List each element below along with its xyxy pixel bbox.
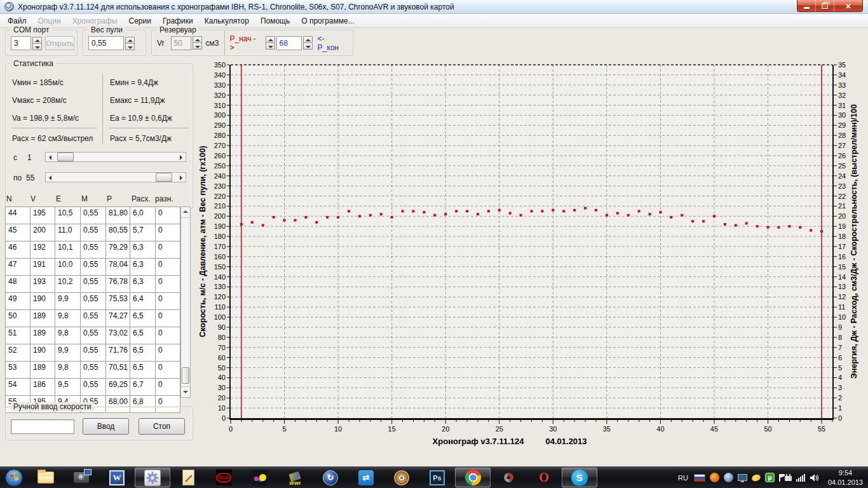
range-from-scrollbar[interactable] bbox=[45, 152, 186, 162]
menu-item-7[interactable]: Помощь bbox=[255, 15, 295, 27]
table-row[interactable]: 4719110,00,5578,046,30 bbox=[6, 259, 180, 276]
scroll-down-arrow-icon[interactable] bbox=[181, 386, 190, 397]
russian-flag-icon[interactable] bbox=[694, 474, 705, 482]
taskbar-screenshot-tool-button[interactable] bbox=[64, 467, 99, 488]
menu-item-4[interactable]: Серии bbox=[123, 15, 157, 27]
svg-text:4: 4 bbox=[838, 374, 842, 381]
safely-remove-icon[interactable] bbox=[785, 476, 792, 481]
table-row[interactable]: 501899,80,5574,276,50 bbox=[6, 310, 180, 327]
scroll-up-arrow-icon[interactable] bbox=[181, 207, 190, 218]
table-cell: 0,55 bbox=[81, 310, 106, 327]
minimize-button[interactable] bbox=[797, 0, 816, 11]
table-cell: 11,0 bbox=[55, 224, 81, 241]
table-cell: 6,5 bbox=[130, 362, 156, 379]
bullet-weight-spinner[interactable]: 0,55 bbox=[88, 36, 135, 50]
speed-input[interactable] bbox=[11, 419, 74, 434]
svg-text:13: 13 bbox=[838, 283, 846, 290]
clock[interactable]: 9:54 04.01.2013 bbox=[824, 468, 863, 487]
chart: 0102030405060708090100110120130140150160… bbox=[196, 60, 867, 461]
taskbar-chronograph-app-button[interactable] bbox=[135, 468, 170, 487]
taskbar-ring-app-button[interactable] bbox=[491, 467, 526, 488]
monitor-tray-icon[interactable] bbox=[738, 474, 747, 481]
table-cell: 10,0 bbox=[55, 259, 81, 276]
table-scrollbar-thumb[interactable] bbox=[182, 367, 189, 384]
close-button[interactable]: × bbox=[834, 0, 862, 11]
scroll-left-arrow-icon[interactable] bbox=[46, 152, 55, 161]
range-from-label: с bbox=[13, 153, 17, 162]
menu-item-8[interactable]: О программе... bbox=[295, 15, 360, 27]
svg-text:170: 170 bbox=[214, 243, 226, 250]
opera-icon: O bbox=[536, 470, 552, 486]
com-port-spinner[interactable]: 3 bbox=[11, 36, 42, 50]
range-to-scrollbar[interactable] bbox=[45, 172, 186, 182]
table-row[interactable]: 4619210,10,5579,296,30 bbox=[6, 241, 180, 259]
stop-button[interactable]: Стоп bbox=[139, 418, 185, 435]
action-center-flag-icon[interactable] bbox=[779, 474, 780, 482]
pressure-end-spinner[interactable]: 68 bbox=[276, 36, 313, 50]
pressure-left-arrows[interactable] bbox=[264, 36, 275, 50]
menu-item-6[interactable]: Калькулятор bbox=[199, 15, 255, 27]
shots-table[interactable]: 4419510,50,5581,806,004520011,00,5580,55… bbox=[5, 207, 180, 413]
scroll-right-arrow-icon[interactable] bbox=[176, 152, 186, 161]
table-cell: 51 bbox=[6, 327, 31, 344]
taskbar-photoshop-button[interactable]: Ps bbox=[419, 467, 455, 488]
table-cell: 189 bbox=[31, 362, 55, 379]
taskbar-chrome-button[interactable] bbox=[455, 468, 491, 487]
reservoir-volume-spinner[interactable]: 50 bbox=[171, 36, 202, 50]
language-indicator[interactable]: RU bbox=[677, 474, 689, 482]
yellow-tray-icon[interactable] bbox=[751, 473, 762, 482]
table-row[interactable]: 511899,80,5573,026,50 bbox=[6, 327, 180, 344]
table-cell: 0 bbox=[156, 362, 180, 379]
reservoir-volume-spinner-arrows[interactable] bbox=[193, 36, 202, 50]
table-row[interactable]: 491909,90,5575,536,40 bbox=[6, 293, 180, 310]
table-cell: 0,55 bbox=[81, 224, 106, 241]
utorrent-tray-icon[interactable]: µ bbox=[765, 473, 775, 482]
table-row[interactable]: 4819310,20,5576,786,30 bbox=[6, 276, 180, 293]
table-cell: 54 bbox=[6, 379, 31, 396]
table-cell: 195 bbox=[31, 207, 55, 224]
taskbar-explorer-button[interactable] bbox=[28, 467, 64, 488]
table-row[interactable]: 4520011,00,5580,555,70 bbox=[6, 224, 180, 241]
taskbar-wwi-tool-button[interactable]: WWI bbox=[277, 467, 313, 488]
taskbar-graphics-editor-button[interactable] bbox=[241, 467, 277, 488]
svg-text:04.01.2013: 04.01.2013 bbox=[546, 437, 587, 446]
taskbar-opera-button[interactable]: O bbox=[526, 467, 562, 488]
table-cell: 0 bbox=[156, 276, 180, 293]
taskbar-disc-burner-button[interactable] bbox=[384, 467, 419, 488]
scroll-left-arrow-icon[interactable] bbox=[46, 173, 55, 182]
taskbar-word-button[interactable]: W bbox=[99, 467, 135, 488]
enter-button[interactable]: Ввод bbox=[83, 418, 129, 435]
pressure-right-arrows[interactable] bbox=[303, 36, 313, 50]
com-port-spinner-arrows[interactable] bbox=[32, 37, 42, 50]
volume-icon[interactable] bbox=[810, 473, 820, 482]
taskbar-rca-app-button[interactable]: RCA bbox=[206, 467, 241, 488]
table-cell: 81,80 bbox=[106, 207, 130, 224]
table-scrollbar[interactable] bbox=[180, 207, 191, 398]
open-port-button[interactable]: Открыть bbox=[45, 36, 74, 50]
restore-button[interactable] bbox=[816, 0, 834, 11]
table-row[interactable]: 4419510,50,5581,806,00 bbox=[6, 207, 180, 224]
start-button[interactable] bbox=[0, 467, 28, 488]
table-cell: 5,7 bbox=[130, 224, 156, 241]
table-row[interactable]: 531899,80,5570,516,50 bbox=[6, 362, 180, 379]
taskbar-teamviewer-button[interactable]: ⇄ bbox=[348, 467, 384, 488]
svg-text:140: 140 bbox=[214, 273, 226, 281]
menu-item-5[interactable]: Графики bbox=[157, 15, 199, 27]
range-from-thumb[interactable] bbox=[57, 152, 74, 161]
network-signal-icon[interactable] bbox=[796, 474, 805, 482]
svg-text:350: 350 bbox=[214, 61, 226, 69]
globe-tray-icon[interactable] bbox=[724, 473, 733, 482]
taskbar-skype-button[interactable]: S bbox=[562, 468, 597, 487]
table-row[interactable]: 521909,90,5571,766,50 bbox=[6, 344, 180, 362]
table-row[interactable]: 541869,50,5569,256,70 bbox=[6, 379, 180, 396]
svg-text:14: 14 bbox=[838, 273, 846, 281]
toolbar-separator bbox=[224, 30, 225, 55]
scroll-right-arrow-icon[interactable] bbox=[176, 173, 186, 182]
range-to-thumb[interactable] bbox=[156, 173, 172, 182]
menu-item-1[interactable]: Файл bbox=[2, 15, 32, 27]
taskbar-notepad-button[interactable] bbox=[170, 467, 206, 488]
titlebar[interactable]: Хронограф v3.7.11.124 для использования … bbox=[0, 0, 868, 14]
taskbar-sync-app-button[interactable]: ↻ bbox=[313, 467, 348, 488]
orange-tray-icon[interactable] bbox=[710, 473, 719, 482]
bullet-weight-spinner-arrows[interactable] bbox=[125, 37, 135, 50]
